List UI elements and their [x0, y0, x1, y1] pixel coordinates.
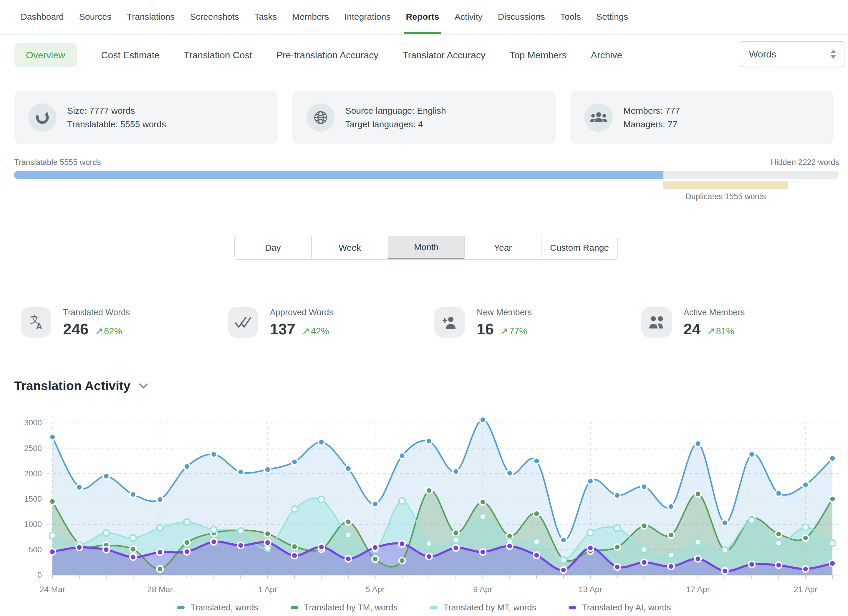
legend-item-mt[interactable]: Translated by MT, words	[430, 603, 536, 613]
report-tab-cost-estimate[interactable]: Cost Estimate	[101, 43, 160, 67]
data-point[interactable]	[345, 519, 351, 525]
data-point[interactable]	[76, 484, 82, 490]
data-point[interactable]	[775, 531, 782, 537]
data-point[interactable]	[345, 532, 351, 538]
data-point[interactable]	[292, 459, 298, 465]
data-point[interactable]	[238, 528, 244, 534]
nav-item-integrations[interactable]: Integrations	[344, 0, 391, 34]
data-point[interactable]	[453, 545, 459, 551]
data-point[interactable]	[802, 482, 808, 488]
data-point[interactable]	[292, 552, 298, 558]
data-point[interactable]	[749, 451, 755, 457]
data-point[interactable]	[372, 556, 378, 562]
data-point[interactable]	[130, 535, 136, 541]
data-point[interactable]	[345, 466, 351, 472]
data-point[interactable]	[560, 557, 566, 563]
data-point[interactable]	[641, 559, 647, 566]
data-point[interactable]	[157, 496, 163, 503]
data-point[interactable]	[49, 434, 56, 440]
nav-item-dashboard[interactable]: Dashboard	[21, 0, 64, 34]
chevron-down-icon[interactable]	[138, 382, 149, 389]
data-point[interactable]	[130, 546, 136, 552]
data-point[interactable]	[453, 530, 459, 536]
data-point[interactable]	[668, 563, 674, 570]
nav-item-translations[interactable]: Translations	[127, 0, 175, 34]
data-point[interactable]	[292, 543, 298, 550]
data-point[interactable]	[184, 549, 190, 555]
data-point[interactable]	[426, 438, 432, 444]
data-point[interactable]	[829, 496, 836, 502]
range-tab-week[interactable]: Week	[311, 236, 388, 259]
data-point[interactable]	[399, 557, 405, 564]
nav-item-tools[interactable]: Tools	[560, 0, 581, 34]
data-point[interactable]	[426, 488, 432, 494]
data-point[interactable]	[318, 439, 325, 445]
data-point[interactable]	[668, 532, 674, 538]
data-point[interactable]	[534, 552, 540, 558]
range-tab-day[interactable]: Day	[235, 236, 311, 259]
data-point[interactable]	[130, 554, 136, 560]
report-tab-translator-accuracy[interactable]: Translator Accuracy	[403, 43, 486, 67]
data-point[interactable]	[318, 544, 325, 550]
unit-select[interactable]: Words	[740, 41, 845, 67]
data-point[interactable]	[614, 492, 620, 499]
data-point[interactable]	[184, 519, 190, 525]
nav-item-sources[interactable]: Sources	[79, 0, 111, 34]
data-point[interactable]	[264, 531, 271, 537]
data-point[interactable]	[76, 545, 82, 551]
data-point[interactable]	[695, 441, 701, 447]
data-point[interactable]	[829, 540, 836, 546]
data-point[interactable]	[264, 539, 271, 546]
nav-item-reports[interactable]: Reports	[406, 0, 439, 34]
data-point[interactable]	[157, 549, 163, 555]
data-point[interactable]	[264, 466, 271, 472]
data-point[interactable]	[453, 468, 459, 475]
data-point[interactable]	[49, 499, 56, 505]
data-point[interactable]	[480, 549, 486, 555]
data-point[interactable]	[614, 525, 620, 531]
data-point[interactable]	[587, 545, 594, 551]
data-point[interactable]	[453, 537, 459, 543]
report-tab-top-members[interactable]: Top Members	[510, 43, 567, 67]
data-point[interactable]	[802, 524, 808, 531]
data-point[interactable]	[829, 455, 836, 461]
data-point[interactable]	[695, 556, 701, 562]
nav-item-members[interactable]: Members	[292, 0, 329, 34]
data-point[interactable]	[506, 543, 513, 549]
data-point[interactable]	[292, 506, 298, 512]
data-point[interactable]	[775, 490, 782, 496]
data-point[interactable]	[587, 530, 594, 536]
data-point[interactable]	[749, 517, 755, 524]
data-point[interactable]	[372, 501, 378, 507]
data-point[interactable]	[345, 556, 351, 562]
nav-item-settings[interactable]: Settings	[596, 0, 628, 34]
data-point[interactable]	[157, 525, 163, 531]
nav-item-discussions[interactable]: Discussions	[498, 0, 545, 34]
legend-item-tm[interactable]: Translated by TM, words	[291, 603, 398, 613]
data-point[interactable]	[157, 566, 163, 572]
data-point[interactable]	[722, 547, 728, 553]
data-point[interactable]	[184, 463, 190, 470]
data-point[interactable]	[668, 503, 674, 510]
report-tab-translation-cost[interactable]: Translation Cost	[184, 43, 252, 67]
data-point[interactable]	[722, 520, 728, 526]
data-point[interactable]	[534, 458, 540, 464]
data-point[interactable]	[722, 568, 728, 574]
legend-item-translated[interactable]: Translated, words	[177, 603, 258, 613]
data-point[interactable]	[802, 535, 808, 541]
data-point[interactable]	[372, 545, 378, 551]
range-tab-year[interactable]: Year	[464, 236, 541, 259]
nav-item-tasks[interactable]: Tasks	[254, 0, 277, 34]
data-point[interactable]	[749, 561, 755, 567]
data-point[interactable]	[399, 453, 405, 459]
report-tab-archive[interactable]: Archive	[591, 43, 623, 67]
data-point[interactable]	[399, 498, 405, 504]
legend-item-ai[interactable]: Translated by AI, words	[569, 603, 671, 613]
data-point[interactable]	[641, 546, 647, 553]
data-point[interactable]	[534, 539, 540, 545]
data-point[interactable]	[614, 564, 620, 570]
data-point[interactable]	[802, 566, 808, 572]
data-point[interactable]	[587, 478, 594, 484]
data-point[interactable]	[211, 539, 217, 545]
report-tab-overview[interactable]: Overview	[14, 43, 77, 67]
